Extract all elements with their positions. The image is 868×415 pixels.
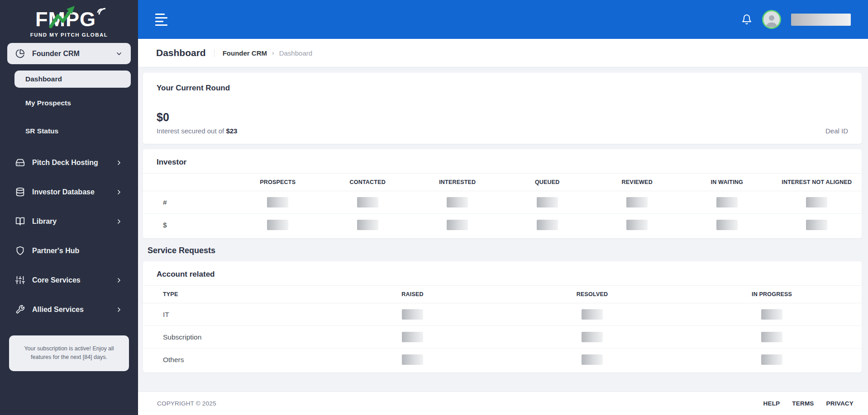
page-title: Dashboard <box>156 47 206 58</box>
investor-header-row: PROSPECTS CONTACTED INTERESTED QUEUED RE… <box>143 174 862 191</box>
person-icon <box>763 12 780 28</box>
sr-col-raised: RAISED <box>323 286 502 303</box>
investor-row-count: # <box>143 191 862 214</box>
loading-placeholder <box>626 220 648 230</box>
loading-placeholder <box>402 309 423 320</box>
loading-placeholder <box>267 220 288 230</box>
breadcrumb-current: Dashboard <box>279 49 312 57</box>
user-avatar[interactable] <box>762 10 781 29</box>
loading-placeholder <box>402 332 423 342</box>
sidebar-item-label: Core Services <box>32 276 108 284</box>
loading-placeholder <box>582 332 603 342</box>
deal-id-label: Deal ID <box>825 127 848 135</box>
app-root: FMPG FUND MY PITCH GLOBAL Founder CRM <box>0 0 868 415</box>
row-label: $ <box>143 214 233 236</box>
sidebar-item-sr-status[interactable]: SR Status <box>0 118 138 144</box>
chevron-right-icon <box>115 306 123 313</box>
database-icon <box>15 187 25 197</box>
username-loading-placeholder <box>791 14 851 26</box>
footer-link-privacy[interactable]: PRIVACY <box>826 400 854 407</box>
investor-row-amount: $ <box>143 214 862 236</box>
round-target-amount: $23 <box>226 127 237 135</box>
breadcrumb-parent-link[interactable]: Founder CRM <box>223 49 267 57</box>
service-requests-table: TYPE RAISED RESOLVED IN PROGRESS IT <box>143 286 862 371</box>
notifications-button[interactable] <box>741 14 752 25</box>
sr-col-in-progress: IN PROGRESS <box>682 286 862 303</box>
sliders-icon <box>15 275 25 285</box>
topbar-right <box>741 10 851 29</box>
row-label: IT <box>143 303 323 326</box>
copyright-text: COPYRIGHT © 2025 <box>157 400 216 407</box>
loading-placeholder <box>806 220 827 230</box>
row-label: # <box>143 191 233 214</box>
current-round-card: Your Current Round $0 Interest secured o… <box>143 73 862 144</box>
loading-placeholder <box>582 309 603 320</box>
chevron-right-icon <box>115 218 123 225</box>
sidebar-item-allied-services[interactable]: Allied Services <box>7 299 131 320</box>
chevron-right-icon <box>115 189 123 196</box>
brand-tagline: FUND MY PITCH GLOBAL <box>0 32 138 38</box>
loading-placeholder <box>761 309 782 320</box>
sidebar-item-label: Pitch Deck Hosting <box>32 159 108 167</box>
sidebar-item-library[interactable]: Library <box>7 211 131 232</box>
loading-placeholder <box>537 197 558 208</box>
footer-link-terms[interactable]: TERMS <box>792 400 814 407</box>
sr-row-subscription: Subscription <box>143 326 862 349</box>
sidebar-item-partners-hub[interactable]: Partner's Hub <box>7 240 131 261</box>
footer-link-help[interactable]: HELP <box>763 400 780 407</box>
sr-row-others: Others <box>143 349 862 371</box>
page-content: Your Current Round $0 Interest secured o… <box>138 67 868 391</box>
sidebar-item-label: Dashboard <box>25 75 62 83</box>
sidebar-item-founder-crm[interactable]: Founder CRM <box>7 43 131 64</box>
investor-col-contacted: CONTACTED <box>323 174 413 191</box>
menu-toggle-button[interactable] <box>155 12 167 28</box>
loading-placeholder <box>716 220 738 230</box>
investor-col-reviewed: REVIEWED <box>592 174 682 191</box>
sr-col-resolved: RESOLVED <box>502 286 682 303</box>
secured-caption: Interest secured out of $23 <box>157 127 237 135</box>
investor-col-prospects: PROSPECTS <box>233 174 323 191</box>
sidebar-item-label: My Prospects <box>25 99 71 107</box>
investor-col-interested: INTERESTED <box>413 174 503 191</box>
loading-placeholder <box>447 220 468 230</box>
loading-placeholder <box>716 197 738 208</box>
bell-icon <box>741 14 752 25</box>
book-open-icon <box>15 217 25 226</box>
hard-drive-icon <box>15 158 25 167</box>
subscription-notice: Your subscription is active! Enjoy all f… <box>9 335 129 371</box>
investor-title: Investor <box>143 158 862 174</box>
loading-placeholder <box>806 197 827 208</box>
investor-col-queued: QUEUED <box>502 174 592 191</box>
sr-row-it: IT <box>143 303 862 326</box>
sidebar-item-investor-database[interactable]: Investor Database <box>7 181 131 203</box>
sidebar-item-core-services[interactable]: Core Services <box>7 269 131 291</box>
sidebar-item-label: Partner's Hub <box>32 247 123 255</box>
investor-table: PROSPECTS CONTACTED INTERESTED QUEUED RE… <box>143 174 862 236</box>
investor-col-interest-not-aligned: INTEREST NOT ALIGNED <box>772 174 862 191</box>
loading-placeholder <box>761 332 782 342</box>
sidebar-item-label: Library <box>32 217 108 226</box>
sidebar-item-dashboard[interactable]: Dashboard <box>14 71 131 88</box>
pie-chart-icon <box>15 49 25 58</box>
main-area: Dashboard Founder CRM › Dashboard Your C… <box>138 0 868 415</box>
chevron-right-icon <box>115 159 123 166</box>
account-related-card: Account related TYPE RAISED RESOLVED IN … <box>143 261 862 373</box>
sidebar-menu: Founder CRM Dashboard My Prospects SR St… <box>0 38 138 320</box>
brand-logo: FMPG FUND MY PITCH GLOBAL <box>0 0 138 38</box>
breadcrumb-separator-icon: › <box>272 49 274 57</box>
brand-logo-graphic: FMPG <box>29 5 110 32</box>
sidebar-item-pitch-deck-hosting[interactable]: Pitch Deck Hosting <box>7 152 131 173</box>
service-requests-header-row: TYPE RAISED RESOLVED IN PROGRESS <box>143 286 862 303</box>
shield-icon <box>15 246 25 255</box>
loading-placeholder <box>626 197 648 208</box>
investor-col-blank <box>143 174 233 191</box>
row-label: Others <box>143 349 323 371</box>
signal-arcs-icon <box>98 9 105 14</box>
topbar <box>138 0 868 39</box>
loading-placeholder <box>582 354 603 365</box>
service-requests-title: Service Requests <box>143 246 862 255</box>
sidebar-item-label: Founder CRM <box>32 50 108 58</box>
secured-amount: $0 <box>157 111 237 124</box>
sidebar-item-label: Allied Services <box>32 306 108 314</box>
sidebar-item-my-prospects[interactable]: My Prospects <box>0 90 138 116</box>
